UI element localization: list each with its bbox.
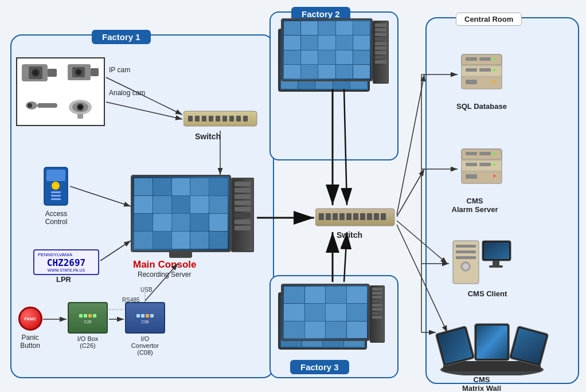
cms-client-svg xyxy=(450,238,513,289)
svg-rect-51 xyxy=(466,68,477,72)
access-control-label: Access Control xyxy=(33,210,79,226)
factory3-side-panel xyxy=(370,285,385,343)
svg-point-74 xyxy=(463,264,468,269)
cms-matrix-wall xyxy=(435,318,549,375)
svg-rect-1 xyxy=(48,69,57,77)
lpr-number: CHZ2697 xyxy=(38,257,95,268)
svg-point-54 xyxy=(493,58,495,60)
main-console-title: Main Console xyxy=(133,259,197,271)
camera-group-box xyxy=(16,57,105,126)
svg-rect-63 xyxy=(466,163,477,166)
svg-rect-62 xyxy=(479,152,491,155)
svg-rect-6 xyxy=(91,68,99,76)
svg-rect-27 xyxy=(243,116,248,121)
svg-rect-23 xyxy=(216,116,220,121)
central-room-label: Central Room xyxy=(456,13,522,26)
svg-point-4 xyxy=(33,70,38,75)
svg-rect-38 xyxy=(339,213,345,220)
svg-rect-26 xyxy=(236,116,241,121)
svg-rect-70 xyxy=(456,245,476,248)
svg-line-102 xyxy=(344,232,347,282)
svg-rect-36 xyxy=(326,213,331,220)
io-convertor-label: I/OConvertor(C08) xyxy=(119,335,171,356)
svg-rect-52 xyxy=(479,68,491,72)
svg-point-68 xyxy=(493,175,495,177)
svg-point-16 xyxy=(79,105,82,109)
svg-point-66 xyxy=(493,152,495,155)
switch1-label: Switch xyxy=(195,132,221,141)
svg-rect-20 xyxy=(195,116,200,121)
panic-text: PANIC xyxy=(24,317,36,321)
factory1-label: Factory 1 xyxy=(92,30,151,44)
svg-line-103 xyxy=(397,75,424,215)
svg-rect-33 xyxy=(51,198,61,200)
svg-line-104 xyxy=(397,169,424,217)
svg-rect-44 xyxy=(381,213,386,220)
lpr-label: LPR xyxy=(56,275,71,284)
svg-rect-17 xyxy=(77,114,83,119)
matrix-wall-svg xyxy=(435,318,549,375)
svg-point-9 xyxy=(77,70,81,75)
svg-rect-39 xyxy=(346,213,351,220)
access-control-svg xyxy=(43,166,69,206)
svg-rect-76 xyxy=(484,242,509,259)
svg-point-12 xyxy=(28,103,32,108)
cms-client-label: CMS Client xyxy=(447,289,528,298)
svg-rect-32 xyxy=(51,195,61,197)
diagram-container: Factory 1 Factory 2 Factory 3 Central Ro… xyxy=(0,0,586,392)
svg-rect-25 xyxy=(229,116,234,121)
sql-server-svg xyxy=(459,49,505,100)
switch1-device xyxy=(183,109,258,130)
switch2-device xyxy=(315,206,396,229)
main-console-side-panel xyxy=(231,178,254,252)
svg-rect-77 xyxy=(493,261,499,265)
panic-button-label: PanicButton xyxy=(11,334,49,350)
factory2-monitor-front xyxy=(281,18,373,81)
svg-rect-65 xyxy=(466,174,477,179)
svg-point-67 xyxy=(493,163,495,166)
svg-rect-49 xyxy=(466,57,477,61)
cms-client-device xyxy=(450,238,513,289)
svg-rect-40 xyxy=(353,213,358,220)
svg-rect-37 xyxy=(333,213,338,220)
svg-rect-43 xyxy=(374,213,379,220)
recording-server-label: Recording Server xyxy=(138,271,191,279)
io-box: C26 xyxy=(68,302,108,334)
cms-alarm-label: CMSAlarm Server xyxy=(435,197,515,214)
ip-cam-label: IP cam xyxy=(109,66,130,74)
svg-rect-78 xyxy=(489,265,503,268)
svg-rect-64 xyxy=(479,163,491,166)
switch2-svg xyxy=(315,206,396,229)
cms-alarm-server xyxy=(459,143,505,195)
svg-point-30 xyxy=(52,182,60,190)
cms-matrix-label: CMSMatrix Wall xyxy=(442,375,522,392)
factory3-label: Factory 3 xyxy=(290,360,349,374)
svg-point-56 xyxy=(493,80,495,83)
access-control-device xyxy=(43,166,69,206)
svg-rect-41 xyxy=(360,213,365,220)
usb-label: USB xyxy=(140,287,153,293)
svg-rect-53 xyxy=(466,80,477,84)
main-console-monitor xyxy=(131,175,231,252)
svg-rect-29 xyxy=(46,170,65,181)
io-box-label: I/O Box(C26) xyxy=(62,335,114,349)
svg-rect-84 xyxy=(476,326,507,359)
svg-rect-71 xyxy=(456,250,476,253)
analog-cam-label: Analog cam xyxy=(109,89,145,97)
svg-rect-72 xyxy=(456,256,476,259)
svg-point-55 xyxy=(493,69,495,71)
cms-alarm-svg xyxy=(459,143,505,195)
sql-database-label: SQL Database xyxy=(442,102,522,111)
factory3-monitor-front xyxy=(281,284,370,341)
sql-database-server xyxy=(459,49,505,100)
main-monitor-stand xyxy=(169,252,192,258)
svg-rect-11 xyxy=(37,103,57,108)
camera-icons-svg xyxy=(17,58,106,127)
io-convertor: C08 xyxy=(125,302,165,334)
svg-rect-19 xyxy=(188,116,193,121)
lpr-plate: PENNSYLVANIA CHZ2697 WWW.STATE.PA.US xyxy=(33,249,99,275)
switch2-label: Switch xyxy=(337,230,362,240)
svg-rect-24 xyxy=(222,116,227,121)
panic-button[interactable]: PANIC xyxy=(18,307,42,331)
factory2-side-panel xyxy=(373,21,389,84)
